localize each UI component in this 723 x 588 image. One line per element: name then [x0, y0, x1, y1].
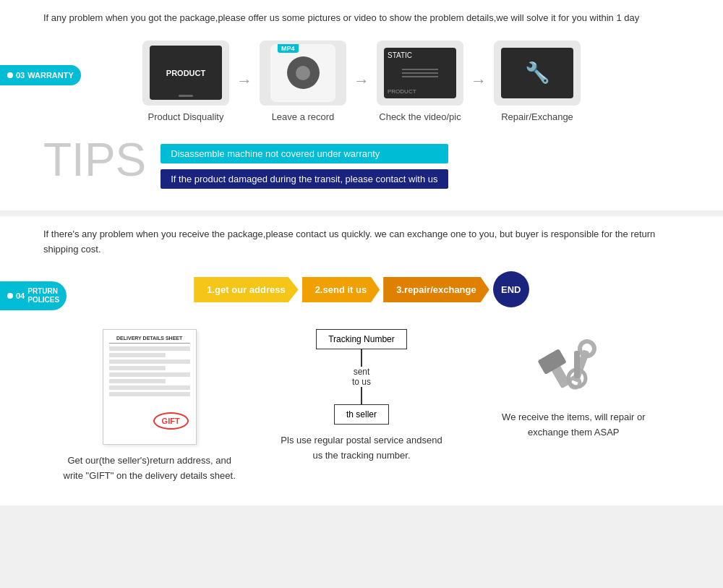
delivery-sheet: DELIVERY DETAILS SHEET GIFT: [103, 329, 197, 445]
sheet-line-7: [109, 385, 190, 390]
video-line-1: [402, 69, 438, 70]
sheet-line-8: [109, 392, 190, 396]
mp4-speaker: [287, 56, 320, 89]
return-badge-text2: POLICES: [27, 296, 59, 304]
return-item-2-desc: Pls use regular postal service andsend u…: [275, 433, 448, 464]
flow-step-3: 3.repair/exchange: [383, 277, 489, 302]
mp4-speaker-inner: [296, 66, 310, 80]
repair-tools-icon: [537, 329, 609, 401]
flow-end-label: END: [501, 284, 521, 295]
tip-dark: If the product damaged during the transi…: [161, 169, 448, 189]
process-item-2: MP4 Leave a record: [260, 41, 346, 122]
video-static-text: STATIC: [388, 51, 412, 59]
flow-end-circle: END: [493, 271, 529, 307]
process-label-4: Repair/Exchange: [501, 111, 573, 122]
product-icon: PRODUCT: [150, 46, 222, 100]
tip-cyan: Disassemble machine not covered under wa…: [161, 144, 448, 163]
warranty-process-flow: PRODUCT Product Disquality → MP4 Leave a…: [43, 41, 680, 122]
arrow-3: →: [471, 72, 487, 90]
track-sent-label: sent to us: [352, 367, 371, 387]
return-flow: 1.get our address 2.send it us 3.repair/…: [43, 271, 680, 307]
flow-step-box-3: 3.repair/exchange: [383, 277, 489, 302]
return-items: DELIVERY DETAILS SHEET GIFT Get our(the …: [43, 329, 680, 484]
arrow-1: →: [236, 72, 252, 90]
return-badge: 04 PRTURN POLICES: [0, 281, 67, 310]
warranty-section: 03 WARRANTY If any problem when you got …: [0, 0, 723, 210]
product-label-video: PRODUCT: [388, 88, 416, 95]
sheet-line-6: [109, 379, 166, 383]
tips-title: TIPS: [43, 137, 146, 183]
video-line-2: [402, 72, 438, 74]
svg-point-3: [578, 340, 596, 359]
video-lines: [402, 69, 438, 77]
track-line-1: [361, 349, 362, 367]
video-img: STATIC PRODUCT: [377, 41, 463, 106]
process-item-1: PRODUCT Product Disquality: [142, 41, 229, 122]
return-badge-num: 04: [16, 291, 25, 300]
return-badge-text1: PRTURN: [27, 287, 59, 296]
flow-step-box-1: 1.get our address: [194, 277, 298, 302]
track-label-bottom: th seller: [346, 409, 377, 419]
tips-section: TIPS Disassemble machine not covered und…: [43, 137, 680, 189]
track-box-top: Tracking Number: [316, 329, 407, 349]
mp4-img: MP4: [260, 41, 346, 106]
flow-step-1: 1.get our address: [194, 277, 298, 302]
badge-text: WARRANTY: [27, 71, 74, 80]
sheet-line-5: [109, 372, 190, 377]
wrench-icon: 🔧: [525, 61, 550, 85]
track-label-top: Tracking Number: [328, 334, 395, 344]
video-line-3: [402, 76, 438, 77]
mp4-badge-label: MP4: [278, 44, 299, 53]
sheet-title: DELIVERY DETAILS SHEET: [109, 336, 190, 344]
svg-rect-6: [574, 351, 580, 378]
sheet-line-1: [109, 346, 190, 351]
flow-step-2: 2.send it us: [302, 277, 380, 302]
return-badge-text: PRTURN POLICES: [27, 287, 59, 304]
process-label-1: Product Disquality: [148, 111, 224, 122]
return-item-2: Tracking Number sent to us th seller Pls…: [275, 329, 448, 464]
flow-step-label-3: 3.repair/exchange: [396, 284, 476, 295]
return-badge-dot: [7, 293, 13, 299]
return-item-1-desc: Get our(the seller's)return address, and…: [63, 453, 236, 484]
warranty-intro: If any problem when you got the package,…: [43, 11, 680, 26]
process-label-3: Check the video/pic: [379, 111, 461, 122]
mp4-icon: MP4: [270, 44, 335, 102]
gift-label: GIFT: [153, 412, 189, 430]
track-line-2: [361, 387, 362, 404]
sheet-line-3: [109, 359, 190, 364]
repair-icon: 🔧: [501, 48, 573, 98]
return-item-3-desc: We receive the items, will repair or exc…: [487, 410, 660, 440]
sheet-line-2: [109, 353, 166, 357]
warranty-badge: 03 WARRANTY: [0, 65, 81, 85]
arrow-2: →: [354, 72, 369, 90]
return-intro: If there's any problem when you receive …: [43, 227, 680, 257]
flow-step-label-1: 1.get our address: [207, 284, 285, 295]
badge-num: 03: [16, 71, 25, 80]
product-disquality-img: PRODUCT: [142, 41, 229, 106]
flow-step-label-2: 2.send it us: [315, 284, 367, 295]
return-item-3: We receive the items, will repair or exc…: [487, 329, 660, 440]
sheet-line-4: [109, 366, 166, 370]
tracking-diagram: Tracking Number sent to us th seller: [304, 329, 419, 425]
video-icon: STATIC PRODUCT: [384, 48, 456, 98]
process-item-4: 🔧 Repair/Exchange: [494, 41, 581, 122]
return-item-1: DELIVERY DETAILS SHEET GIFT Get our(the …: [63, 329, 236, 484]
flow-step-box-2: 2.send it us: [302, 277, 380, 302]
tips-content: Disassemble machine not covered under wa…: [161, 137, 448, 189]
process-item-3: STATIC PRODUCT Check the video/pic: [377, 41, 463, 122]
return-section: 04 PRTURN POLICES If there's any problem…: [0, 216, 723, 506]
process-label-2: Leave a record: [272, 111, 335, 122]
repair-img: 🔧: [494, 41, 581, 106]
track-box-bottom: th seller: [334, 404, 389, 425]
badge-dot: [7, 72, 13, 78]
tools-svg: [537, 325, 609, 405]
